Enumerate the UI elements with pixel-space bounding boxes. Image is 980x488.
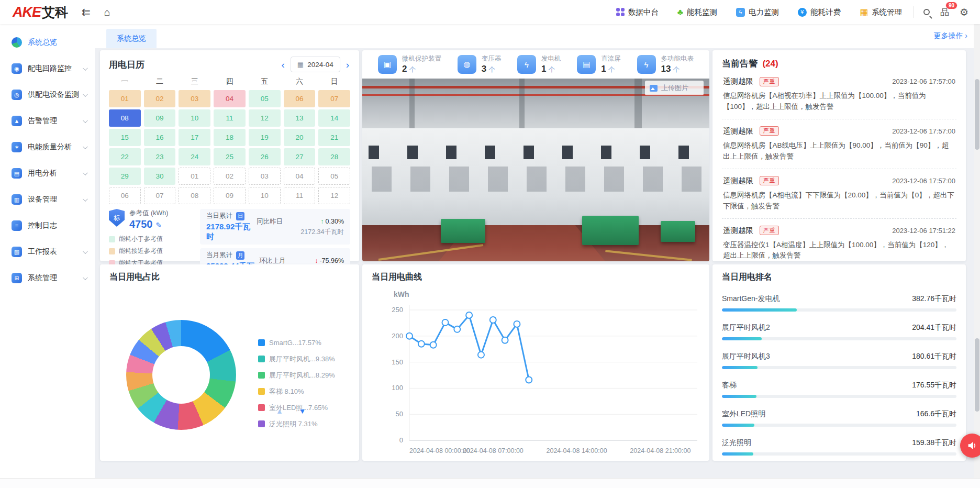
sidebar-item-2[interactable]: ◎供配电设备监测 [0,82,95,108]
page-scrollbar[interactable] [974,24,980,478]
calendar-day[interactable]: 16 [144,129,176,146]
calendar-day[interactable]: 11 [284,187,316,204]
calendar-day[interactable]: 29 [109,168,141,185]
gear-icon[interactable]: ⚙ [960,6,968,18]
more-actions-link[interactable]: 更多操作 › [933,31,967,41]
sidebar-item-3[interactable]: ▲告警管理 [0,108,95,134]
calendar-day[interactable]: 12 [249,109,281,127]
calendar-day[interactable]: 02 [144,90,176,107]
alarm-type: 遥测越限 [723,76,753,86]
calendar-day[interactable]: 23 [144,148,176,165]
device-unit: 个 [488,66,495,73]
nav-item-1[interactable]: ♣能耗监测 [677,7,717,17]
nav-item-4[interactable]: ▦系统管理 [860,7,902,17]
calendar-day[interactable]: 04 [214,90,246,107]
calendar-day[interactable]: 06 [284,90,316,107]
sidebar-item-5[interactable]: ▤用电分析 [0,160,95,186]
speaker-icon [966,440,978,451]
alarm-item-3[interactable]: 遥测越限严重2023-12-06 17:51:22变压器温控仪1【A相温度】上上… [722,219,956,261]
calendar-day[interactable]: 03 [249,168,281,185]
calendar-day[interactable]: 08 [109,109,141,127]
scrollbar-thumb-upper[interactable] [975,79,979,150]
alarm-item-0[interactable]: 遥测越限严重2023-12-06 17:57:00信息网络机房【A相视在功率】上… [722,70,956,119]
calendar-day[interactable]: 22 [109,148,141,165]
nav-item-0[interactable]: 数据中台 [616,7,659,17]
calendar-day[interactable]: 10 [179,109,210,127]
scrollbar-thumb-lower[interactable] [975,338,979,412]
pie-legend-item[interactable]: 客梯 8.10% [258,383,335,400]
alarm-broadcast-fab[interactable] [960,434,980,458]
calendar-day[interactable]: 25 [214,148,246,165]
sidebar-item-8[interactable]: ▧工作报表 [0,239,95,265]
calendar-day[interactable]: 27 [284,148,316,165]
calendar-day[interactable]: 11 [214,109,246,127]
pie-legend-label: 展厅平时风机...9.38% [269,354,335,364]
sidebar-item-7[interactable]: ≡控制日志 [0,213,95,239]
legend-scroll-down-icon[interactable]: ▼ [299,407,306,415]
app-grid-icon[interactable]: 品 90 [940,6,949,18]
nav-item-2[interactable]: ϟ电力监测 [736,7,779,17]
sidebar-item-1[interactable]: ◉配电回路监控 [0,56,95,82]
calendar-day[interactable]: 12 [318,187,350,204]
calendar-day[interactable]: 06 [109,187,141,204]
next-month-icon[interactable]: › [345,60,350,70]
calendar-day[interactable]: 08 [179,187,210,204]
sidebar-item-0[interactable]: 系统总览 [0,29,95,56]
pie-legend-item[interactable]: 展厅平时风机...9.38% [258,351,335,367]
sidebar-item-icon-0 [12,37,22,48]
calendar-day[interactable]: 03 [179,90,210,107]
sidebar-item-4[interactable]: ✶电能质量分析 [0,134,95,160]
calendar-day[interactable]: 04 [284,168,316,185]
calendar-day[interactable]: 05 [249,90,281,107]
nav-item-3[interactable]: ¥能耗计费 [798,7,841,17]
calendar-day[interactable]: 07 [318,90,350,107]
weekday-label: 三 [179,77,210,86]
calendar-day[interactable]: 14 [318,109,350,127]
calendar-day[interactable]: 17 [179,129,210,146]
pie-legend-item[interactable]: 泛光照明 7.31% [258,416,335,432]
calendar-day[interactable]: 01 [179,168,210,185]
calendar-day[interactable]: 26 [249,148,281,165]
severity-badge: 严重 [760,226,779,235]
tab-system-overview[interactable]: 系统总览 [106,29,157,48]
month-picker[interactable]: ▦ 2024-04 [291,57,340,72]
pie-legend-item[interactable]: SmartG...17.57% [258,335,335,351]
calendar-day[interactable]: 21 [318,129,350,146]
chevron-down-icon [83,275,88,280]
ranking-bar-track [722,424,956,427]
ranking-row-2: 展厅平时风机3180.61千瓦时 [722,352,956,369]
calendar-day[interactable]: 30 [144,168,176,185]
sidebar-item-icon-7: ≡ [12,220,22,231]
calendar-day[interactable]: 15 [109,129,141,146]
pie-legend-label: 展厅平时风机...8.29% [269,371,335,380]
calendar-day[interactable]: 10 [249,187,281,204]
calendar-day[interactable]: 07 [144,187,176,204]
pie-legend-item[interactable]: 展厅平时风机...8.29% [258,367,335,383]
collapse-sidebar-icon[interactable]: ⇇ [82,7,91,17]
calendar-day[interactable]: 09 [214,187,246,204]
calendar-day[interactable]: 09 [144,109,176,127]
calendar-day[interactable]: 18 [214,129,246,146]
calendar-day[interactable]: 28 [318,148,350,165]
alarm-item-2[interactable]: 遥测越限严重2023-12-06 17:57:00信息网络机房【A相电流】下下限… [722,169,956,219]
calendar-day[interactable]: 05 [318,168,350,185]
alarm-message: 信息网络机房【AB线电压】上上限值为【90.00】，当前值为【90】，超出上上限… [723,140,955,162]
prev-month-icon[interactable]: ‹ [281,60,286,70]
search-icon[interactable] [923,9,930,15]
sidebar-item-9[interactable]: ⊞系统管理 [0,265,95,291]
home-icon[interactable]: ⌂ [104,7,110,17]
calendar-day[interactable]: 20 [284,129,316,146]
sidebar-item-6[interactable]: ▥设备管理 [0,186,95,213]
upload-photo-button[interactable]: 上传图片 [645,81,704,95]
calendar-day[interactable]: 19 [249,129,281,146]
ranking-bar-track [722,395,956,398]
calendar-day[interactable]: 24 [179,148,210,165]
calendar-day[interactable]: 01 [109,90,141,107]
brand-logo[interactable]: AKE 艾科 [13,4,68,21]
calendar-day[interactable]: 02 [214,168,246,185]
legend-scroll-up-icon[interactable]: ▲ [276,407,283,415]
alarm-item-1[interactable]: 遥测越限严重2023-12-06 17:57:00信息网络机房【AB线电压】上上… [722,119,956,169]
top-nav: 数据中台♣能耗监测ϟ电力监测¥能耗计费▦系统管理 [616,7,902,17]
edit-reference-icon[interactable]: ✎ [156,221,162,229]
calendar-day[interactable]: 13 [284,109,316,127]
